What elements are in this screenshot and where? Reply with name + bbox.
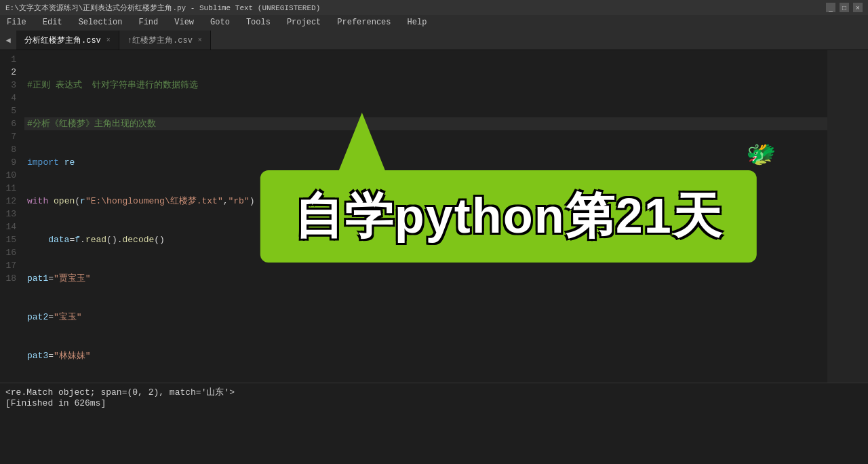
tab-nav-prev[interactable]: ◀ bbox=[0, 31, 16, 50]
tab-inactive[interactable]: ↑红楼梦主角.csv × bbox=[119, 31, 211, 50]
line-num-18: 18 bbox=[0, 272, 22, 285]
line-num-10: 10 bbox=[0, 169, 22, 182]
line-num-1: 1 bbox=[0, 53, 22, 66]
output-line-1: <re.Match object; span=(0, 2), match='山东… bbox=[5, 386, 863, 398]
line-num-9: 9 bbox=[0, 156, 22, 169]
line-num-5: 5 bbox=[0, 104, 22, 117]
title-bar-text: E:\文字文本资源练习\正则表达式分析红楼梦主角.py - Sublime Te… bbox=[5, 3, 320, 13]
line-num-2: 2 bbox=[0, 66, 22, 79]
menu-view[interactable]: View bbox=[170, 16, 198, 28]
menu-file[interactable]: File bbox=[3, 16, 31, 28]
line-num-13: 13 bbox=[0, 208, 22, 220]
menu-preferences[interactable]: Preferences bbox=[333, 16, 395, 28]
menu-selection[interactable]: Selection bbox=[75, 16, 127, 28]
line-num-6: 6 bbox=[0, 117, 22, 130]
line-num-14: 14 bbox=[0, 220, 22, 233]
code-line-2: #分析《红楼梦》主角出现的次数 bbox=[24, 117, 827, 130]
tab-bar: ◀ 分析红楼梦主角.csv × ↑红楼梦主角.csv × bbox=[0, 30, 868, 50]
code-line-4: with open(r"E:\hongloumeng\红楼梦.txt","rb"… bbox=[24, 195, 827, 208]
title-bar: E:\文字文本资源练习\正则表达式分析红楼梦主角.py - Sublime Te… bbox=[0, 0, 868, 15]
code-content[interactable]: #正则 表达式 针对字符串进行的数据筛选 #分析《红楼梦》主角出现的次数 imp… bbox=[24, 50, 827, 383]
code-line-1: #正则 表达式 针对字符串进行的数据筛选 bbox=[24, 79, 827, 92]
close-button[interactable]: × bbox=[853, 3, 863, 12]
menu-tools[interactable]: Tools bbox=[242, 16, 275, 28]
line-num-16: 16 bbox=[0, 246, 22, 259]
tab-close-inactive[interactable]: × bbox=[198, 37, 202, 44]
tab-active[interactable]: 分析红楼梦主角.csv × bbox=[16, 31, 119, 50]
line-num-12: 12 bbox=[0, 195, 22, 208]
line-num-7: 7 bbox=[0, 130, 22, 143]
title-bar-controls: _ □ × bbox=[826, 3, 863, 12]
line-numbers: 1 2 3 4 5 6 7 8 9 10 11 12 13 14 15 16 1… bbox=[0, 50, 24, 383]
maximize-button[interactable]: □ bbox=[840, 3, 849, 12]
code-line-6: pat1="贾宝玉" bbox=[24, 272, 827, 285]
menu-edit[interactable]: Edit bbox=[39, 16, 66, 28]
line-num-11: 11 bbox=[0, 182, 22, 195]
menu-goto[interactable]: Goto bbox=[206, 16, 234, 28]
code-line-5: data=f.read().decode() bbox=[24, 233, 827, 246]
line-num-3: 3 bbox=[0, 79, 22, 92]
menu-project[interactable]: Project bbox=[283, 16, 325, 28]
code-line-8: pat3="林妹妹" bbox=[24, 349, 827, 362]
menu-bar: File Edit Selection Find View Goto Tools… bbox=[0, 15, 868, 30]
minimize-button[interactable]: _ bbox=[826, 3, 835, 12]
code-line-7: pat2="宝玉" bbox=[24, 311, 827, 324]
code-line-3: import re bbox=[24, 156, 827, 169]
minimap bbox=[827, 50, 868, 383]
menu-find[interactable]: Find bbox=[134, 16, 162, 28]
output-panel: <re.Match object; span=(0, 2), match='山东… bbox=[0, 383, 868, 464]
tab-close-active[interactable]: × bbox=[106, 37, 111, 44]
tab-label-inactive: ↑红楼梦主角.csv bbox=[127, 35, 193, 46]
line-num-15: 15 bbox=[0, 233, 22, 246]
line-num-4: 4 bbox=[0, 92, 22, 104]
line-num-8: 8 bbox=[0, 143, 22, 156]
editor-area: 1 2 3 4 5 6 7 8 9 10 11 12 13 14 15 16 1… bbox=[0, 50, 868, 383]
tab-label-active: 分析红楼梦主角.csv bbox=[24, 35, 101, 46]
output-line-2: [Finished in 626ms] bbox=[5, 398, 863, 408]
line-num-17: 17 bbox=[0, 259, 22, 272]
menu-help[interactable]: Help bbox=[403, 16, 431, 28]
